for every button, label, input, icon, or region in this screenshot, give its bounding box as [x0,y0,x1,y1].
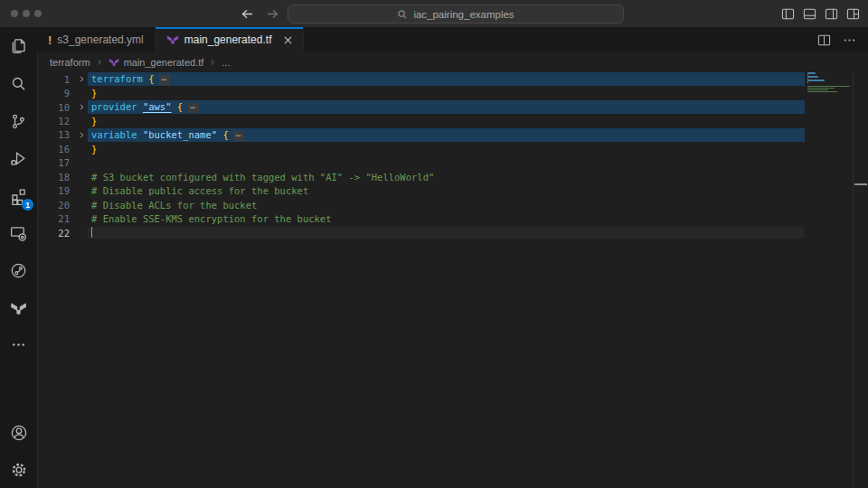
code-text: } [91,116,97,127]
search-value: iac_pairing_examples [413,9,514,20]
terraform-view-icon[interactable] [0,293,37,324]
account-icon[interactable] [0,418,37,448]
line-number: 12 [37,116,72,127]
line-number: 18 [37,172,72,183]
tab-bar: ! s3_generated.yml main_generated.tf [37,27,868,52]
toggle-panel-icon[interactable] [803,7,816,21]
line-number: 17 [37,157,72,168]
scrollbar[interactable] [853,72,868,488]
forward-icon[interactable] [265,6,280,22]
yaml-warning-icon: ! [48,34,52,46]
split-editor-icon[interactable] [817,33,831,47]
folded-code-ellipsis[interactable]: ⋯ [187,103,198,113]
tab-s3-generated-yml[interactable]: ! s3_generated.yml [37,27,156,52]
code-text: terraform {⋯ [91,73,170,85]
code-text [91,227,92,239]
code-line-22[interactable]: 22 [37,226,868,239]
code-text: provider "aws" {⋯ [91,101,199,113]
search-view-icon[interactable] [0,68,37,99]
code-line-12[interactable]: 12} [37,114,868,127]
close-tab-icon[interactable] [284,36,292,44]
code-line-21[interactable]: 21# Enable SSE-KMS encryption for the bu… [37,211,868,225]
code-editor[interactable]: 1terraform {⋯9}10provider "aws" {⋯12}13v… [37,72,868,488]
breadcrumb-folder[interactable]: terraform [50,57,90,68]
fold-chevron-icon[interactable] [72,103,91,111]
editor-group: ! s3_generated.yml main_generated.tf [37,27,868,488]
terraform-file-icon [166,33,179,46]
code-text: # Enable SSE-KMS encryption for the buck… [91,213,332,224]
chevron-right-icon [209,59,216,66]
overview-ruler-cursor-mark [854,183,867,185]
code-line-17[interactable]: 17 [37,156,868,170]
toggle-primary-sidebar-icon[interactable] [781,7,795,21]
tab-label: main_generated.tf [184,33,272,46]
code-text: } [91,88,97,99]
customize-layout-icon[interactable] [846,7,860,21]
traffic-light-zoom[interactable] [34,10,42,17]
run-and-debug-icon[interactable] [0,143,37,174]
code-line-1[interactable]: 1terraform {⋯ [37,72,868,86]
command-center-search[interactable]: iac_pairing_examples [288,5,624,23]
chevron-right-icon [96,59,103,66]
code-line-18[interactable]: 18# S3 bucket configured with tagged wit… [37,170,868,183]
settings-gear-icon[interactable] [0,455,37,485]
code-text: # S3 bucket configured with tagged with … [91,172,434,183]
line-number: 22 [37,228,72,239]
tab-main-generated-tf[interactable]: main_generated.tf [156,27,305,52]
terraform-file-icon-small [108,57,119,68]
search-icon [397,9,408,20]
line-number: 21 [37,213,72,224]
fold-chevron-icon[interactable] [72,131,91,139]
code-text: variable "bucket_name" {⋯ [91,129,244,141]
code-line-10[interactable]: 10provider "aws" {⋯ [37,100,868,114]
code-line-20[interactable]: 20# Disable ACLs for the bucket [37,198,868,211]
activity-bar: 1 [0,27,38,488]
code-line-9[interactable]: 9} [37,86,868,99]
breadcrumb-symbol[interactable]: ... [222,57,230,68]
code-line-19[interactable]: 19# Disable public access for the bucket [37,184,868,198]
line-number: 20 [37,200,72,211]
extensions-icon[interactable]: 1 [0,181,37,211]
line-number: 13 [37,129,72,140]
code-lines: 1terraform {⋯9}10provider "aws" {⋯12}13v… [37,72,868,239]
breadcrumb-file[interactable]: main_generated.tf [124,57,204,68]
traffic-light-close[interactable] [11,10,18,17]
source-control-icon[interactable] [0,106,37,136]
commit-graph-icon[interactable] [0,255,37,286]
toggle-secondary-sidebar-icon[interactable] [825,7,838,21]
minimap[interactable] [807,72,854,95]
line-number: 1 [37,74,72,85]
more-actions-icon[interactable] [843,33,856,47]
folded-code-ellipsis[interactable]: ⋯ [233,131,244,141]
remote-explorer-icon[interactable] [0,218,37,249]
code-line-13[interactable]: 13variable "bucket_name" {⋯ [37,128,868,142]
breadcrumb: terraform main_generated.tf ... [37,52,868,72]
line-number: 10 [37,102,72,113]
back-icon[interactable] [240,6,255,22]
more-views-icon[interactable] [0,329,37,360]
code-text: } [91,144,97,155]
line-number: 19 [37,185,72,196]
fold-chevron-icon[interactable] [72,75,91,83]
line-number: 16 [37,144,72,155]
code-line-16[interactable]: 16} [37,142,868,155]
text-cursor [91,227,92,238]
tab-label: s3_generated.yml [57,33,143,46]
extensions-badge: 1 [22,199,33,211]
explorer-icon[interactable] [0,30,37,61]
line-number: 9 [37,88,72,99]
traffic-light-minimize[interactable] [23,10,30,17]
code-text: # Disable public access for the bucket [91,185,308,196]
title-bar: iac_pairing_examples [0,0,868,27]
window-controls[interactable] [11,10,42,17]
minimap-line [807,93,854,95]
code-text: # Disable ACLs for the bucket [91,200,257,211]
folded-code-ellipsis[interactable]: ⋯ [159,75,170,85]
